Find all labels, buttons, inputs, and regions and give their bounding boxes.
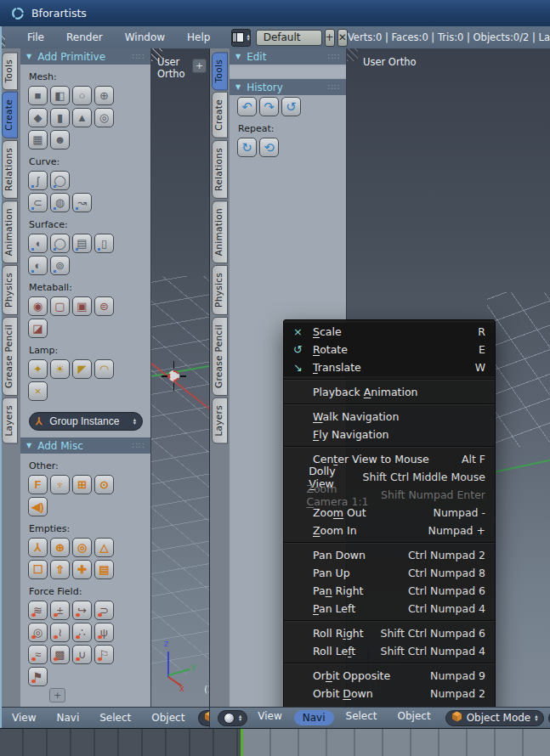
mesh-icosphere-button[interactable]: ◆ [28, 108, 48, 127]
bezier-curve-button[interactable]: ʃ [28, 171, 48, 190]
mesh-uv-sphere-button[interactable]: ⊕ [94, 86, 114, 105]
metaball-ball-button[interactable]: ◉ [28, 296, 48, 316]
undo-history-button[interactable]: ↺ [281, 97, 301, 116]
tab-create[interactable]: Create [2, 92, 18, 138]
screen-layout-button[interactable]: ▴▾ [231, 29, 250, 47]
tab-grease-pencil[interactable]: Grease Pencil [2, 317, 18, 396]
hm-view[interactable]: View [247, 710, 292, 725]
screen-layout-select[interactable]: Default [256, 30, 322, 46]
mesh-monkey-button[interactable]: ☻ [50, 130, 70, 150]
menu-item-roll-left[interactable]: Roll LeftShift Ctrl Numpad 4 [284, 642, 495, 660]
menu-item-roll-right[interactable]: Roll RightShift Ctrl Numpad 6 [284, 624, 495, 642]
empty-plain-axes-button[interactable]: ⅄ [28, 538, 48, 557]
group-instance-dropdown[interactable]: ⅄Group Instance▴▾ [29, 412, 143, 431]
empty-circle-button[interactable]: ◎ [72, 538, 92, 557]
nurbs-cylinder-surface-button[interactable]: ▯ [94, 234, 114, 253]
menu-item-orbit-opposite[interactable]: Orbit OppositeNumpad 9 [284, 667, 495, 685]
panel-header-edit[interactable]: ▼Edit∷∷ [230, 48, 346, 65]
collapse-triangle-icon[interactable]: ▼ [235, 53, 241, 60]
menu-item-pan-right[interactable]: Pan RightCtrl Numpad 6 [284, 582, 495, 600]
collapse-triangle-icon[interactable]: ▼ [235, 83, 241, 91]
force-harmonic-button[interactable]: ≀ [50, 623, 70, 642]
menu-item-scale[interactable]: ×ScaleR [284, 323, 495, 341]
force-turbulence-button[interactable]: ≋ [28, 601, 48, 620]
menu-item-orbit-down[interactable]: Orbit DownNumpad 2 [284, 685, 495, 702]
force-smoke-flow-button[interactable]: ≈ [28, 645, 48, 664]
hm-navi[interactable]: Navi [46, 712, 89, 724]
force-wind-button[interactable]: ⚑ [28, 667, 48, 686]
panel-header-history[interactable]: ▼History∷∷ [230, 79, 346, 95]
hm-object[interactable]: Object [141, 712, 195, 724]
nurbs-curve-button[interactable]: ⊂ [28, 193, 48, 212]
menu-render[interactable]: Render [55, 31, 114, 43]
menu-item-orbit-up[interactable]: Orbit UpNumpad 8 [284, 702, 495, 707]
nurbs-surface-button[interactable]: ▤ [72, 234, 92, 253]
lamp-sun-button[interactable]: ☀ [50, 359, 70, 379]
metaball-cube-button[interactable]: ◪ [28, 319, 48, 338]
menu-item-playback-animation[interactable]: Playback Animation [284, 383, 495, 401]
force-texture-button[interactable]: ▩ [50, 645, 70, 664]
bezier-circle-button[interactable]: ◯ [50, 171, 70, 190]
menu-help[interactable]: Help [176, 31, 221, 43]
current-frame-marker[interactable] [241, 729, 243, 756]
mesh-cube-button[interactable]: ◧ [50, 86, 70, 105]
tab-physics[interactable]: Physics [212, 265, 228, 315]
menu-window[interactable]: Window [114, 31, 176, 43]
menu-item-pan-left[interactable]: Pan LeftCtrl Numpad 4 [284, 600, 495, 618]
tab-grease-pencil[interactable]: Grease Pencil [212, 317, 228, 396]
menu-item-zoom-camera-1-1[interactable]: Zoom Camera 1:1Shift Numpad Enter [284, 486, 495, 504]
timeline[interactable] [0, 728, 550, 756]
add-text-button[interactable]: F [28, 475, 48, 494]
object-mode-dropdown[interactable]: Object Mode ▴▾ [445, 710, 544, 726]
menu-item-zoom-out[interactable]: Zoom OutNumpad - [284, 504, 495, 522]
add-lattice-button[interactable]: ⊞ [72, 475, 92, 494]
collapse-triangle-icon[interactable]: ▼ [26, 442, 31, 449]
empty-image-button[interactable]: ▤ [94, 560, 114, 579]
menu-item-walk-navigation[interactable]: Walk Navigation [284, 408, 495, 426]
repeat-last-button[interactable]: ↻ [237, 138, 257, 157]
empty-single-arrow-button[interactable]: ⇧ [50, 560, 70, 579]
redo-button[interactable]: ↷ [259, 97, 279, 116]
mesh-cone-button[interactable]: ▲ [72, 108, 92, 127]
nurbs-curve-surface-button[interactable]: ◖ [28, 234, 48, 253]
timeline-range[interactable] [243, 729, 550, 756]
tab-layers[interactable]: Layers [212, 398, 228, 444]
metaball-capsule-button[interactable]: ▢ [50, 296, 70, 316]
mesh-circle-button[interactable]: ○ [72, 86, 92, 105]
viewport-1[interactable]: User Ortho + z y x (1) [151, 48, 209, 707]
tab-layers[interactable]: Layers [2, 398, 18, 444]
mesh-grid-button[interactable]: ▦ [28, 130, 48, 150]
force-vortex-button[interactable]: ψ [94, 623, 114, 642]
lamp-point-button[interactable]: ✦ [28, 359, 48, 379]
corner-widget[interactable] [347, 48, 358, 61]
hm-select[interactable]: Select [89, 712, 141, 724]
collapsed-panel-button[interactable]: + [49, 688, 65, 702]
tab-animation[interactable]: Animation [212, 200, 228, 263]
empty-sphere-button[interactable]: ⊕ [50, 538, 70, 557]
lamp-spot-button[interactable]: ◤ [72, 359, 92, 379]
menu-item-zoom-in[interactable]: Zoom InNumpad + [284, 522, 495, 539]
mesh-cylinder-button[interactable]: ▮ [50, 108, 70, 127]
timeline-out-of-range[interactable] [0, 729, 241, 756]
panel-header-add-primitive[interactable]: ▼Add Primitive∷∷ [20, 48, 150, 65]
nurbs-torus-surface-button[interactable]: ⊚ [50, 256, 70, 275]
force-drag-button[interactable]: ⊃ [94, 601, 114, 620]
lamp-area-button[interactable]: × [28, 381, 48, 401]
path-button[interactable]: ↝ [72, 193, 92, 212]
force-magnetic-button[interactable]: ∪ [72, 645, 92, 664]
mesh-plane-button[interactable]: ■ [28, 86, 48, 105]
menu-item-translate[interactable]: ↘TranslateW [284, 358, 495, 376]
mesh-torus-button[interactable]: ◎ [94, 108, 114, 127]
empty-cube-button[interactable]: ☐ [28, 560, 48, 579]
menu-item-fly-navigation[interactable]: Fly Navigation [284, 426, 495, 443]
undo-button[interactable]: ↶ [237, 97, 257, 116]
add-armature-button[interactable]: ♆ [50, 475, 70, 494]
metaball-plane-button[interactable]: ▣ [72, 296, 92, 316]
force-boid-button[interactable]: ⚐ [94, 645, 114, 664]
add-camera-button[interactable]: ⊙ [94, 475, 114, 494]
hm-object[interactable]: Object [388, 710, 441, 725]
force-charge-button[interactable]: ± [50, 601, 70, 620]
menu-item-pan-down[interactable]: Pan DownCtrl Numpad 2 [284, 546, 495, 564]
empty-arrows-button[interactable]: ✚ [72, 560, 92, 579]
menu-item-rotate[interactable]: ↺RotateE [284, 341, 495, 358]
